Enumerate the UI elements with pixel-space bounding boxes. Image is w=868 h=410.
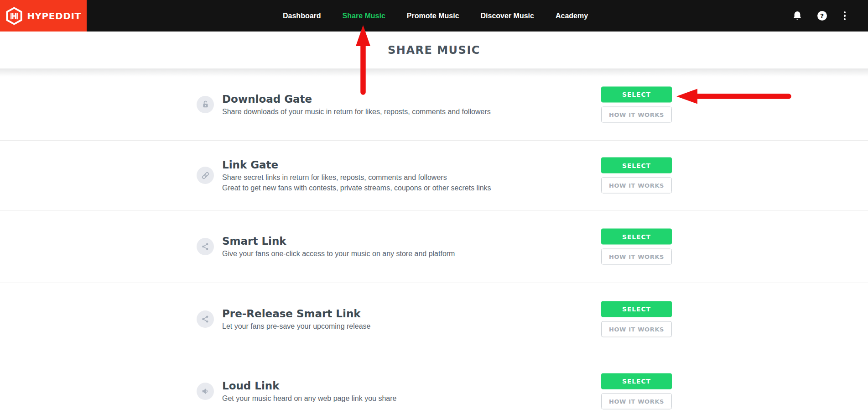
product-row: Pre-Release Smart Link Let your fans pre… [0,283,868,355]
nav-item-promote-music[interactable]: Promote Music [407,12,459,20]
product-name: Link Gate [222,158,491,172]
product-descriptions: Share secret links in return for likes, … [222,173,491,193]
product-text: Smart Link Give your fans one-click acce… [222,234,455,259]
product-icon-slot [197,310,214,328]
how-it-works-button[interactable]: HOW IT WORKS [601,178,672,194]
product-description: Share downloads of your music in return … [222,106,491,117]
how-it-works-button[interactable]: HOW IT WORKS [601,393,672,409]
product-descriptions: Share downloads of your music in return … [222,106,491,117]
select-button[interactable]: SELECT [601,229,672,245]
select-button[interactable]: SELECT [601,86,672,102]
product-text: Link Gate Share secret links in return f… [222,158,491,193]
product-text: Loud Link Get your music heard on any we… [222,378,396,404]
more-options-button[interactable] [842,11,848,21]
product-descriptions: Give your fans one-click access to your … [222,249,455,259]
product-buttons: SELECT HOW IT WORKS [601,229,672,265]
hypeddit-logo[interactable]: HYPEDDIT [0,0,87,32]
product-row: Loud Link Get your music heard on any we… [0,355,868,410]
help-button[interactable]: ? [817,11,827,21]
product-row: Link Gate Share secret links in return f… [0,140,868,210]
product-icon-slot [197,383,214,400]
select-button[interactable]: SELECT [601,158,672,173]
product-name: Smart Link [222,234,455,248]
product-buttons: SELECT HOW IT WORKS [601,86,672,122]
product-row: Smart Link Give your fans one-click acce… [0,210,868,283]
product-buttons: SELECT HOW IT WORKS [601,158,672,194]
product-description: Get your music heard on any web page lin… [222,393,396,404]
product-description: Great to get new fans with contests, pri… [222,183,491,193]
nav-item-dashboard[interactable]: Dashboard [283,12,321,20]
topbar-icons: ? [792,0,848,32]
product-row: Download Gate Share downloads of your mu… [0,68,868,140]
notifications-button[interactable] [792,11,802,21]
product-name: Download Gate [222,92,491,105]
how-it-works-button[interactable]: HOW IT WORKS [601,321,672,337]
product-name: Pre-Release Smart Link [222,306,371,320]
product-name: Loud Link [222,378,396,392]
main-nav: DashboardShare MusicPromote MusicDiscove… [283,0,588,32]
product-buttons: SELECT HOW IT WORKS [601,301,672,337]
product-descriptions: Let your fans pre-save your upcoming rel… [222,321,371,331]
bell-icon [792,11,802,21]
product-text: Pre-Release Smart Link Let your fans pre… [222,306,371,331]
page-title-band: SHARE MUSIC [0,32,868,68]
select-button[interactable]: SELECT [601,301,672,317]
help-icon: ? [817,11,827,21]
nav-item-academy[interactable]: Academy [556,12,588,20]
link-icon [201,171,210,180]
product-icon-slot [197,167,214,184]
brand-name: HYPEDDIT [27,11,81,21]
select-button[interactable]: SELECT [601,373,672,389]
kebab-menu-icon [844,11,846,14]
nav-item-discover-music[interactable]: Discover Music [481,12,534,20]
share-nodes-icon [201,315,210,324]
speaker-icon [201,387,210,396]
hexagon-h-icon [5,7,23,25]
product-buttons: SELECT HOW IT WORKS [601,373,672,409]
hypeddit-app: HYPEDDIT DashboardShare MusicPromote Mus… [0,0,868,410]
product-text: Download Gate Share downloads of your mu… [222,92,491,117]
product-icon-slot [197,96,214,113]
product-description: Let your fans pre-save your upcoming rel… [222,321,371,331]
product-description: Share secret links in return for likes, … [222,173,491,183]
unlock-icon [201,100,210,109]
share-music-options-list: Download Gate Share downloads of your mu… [0,68,868,410]
product-description: Give your fans one-click access to your … [222,249,455,259]
share-nodes-icon [201,242,210,251]
page-title: SHARE MUSIC [388,44,480,57]
how-it-works-button[interactable]: HOW IT WORKS [601,249,672,265]
nav-item-share-music[interactable]: Share Music [343,12,385,20]
top-navigation-bar: HYPEDDIT DashboardShare MusicPromote Mus… [0,0,868,32]
product-icon-slot [197,238,214,255]
product-descriptions: Get your music heard on any web page lin… [222,393,396,404]
how-it-works-button[interactable]: HOW IT WORKS [601,106,672,122]
